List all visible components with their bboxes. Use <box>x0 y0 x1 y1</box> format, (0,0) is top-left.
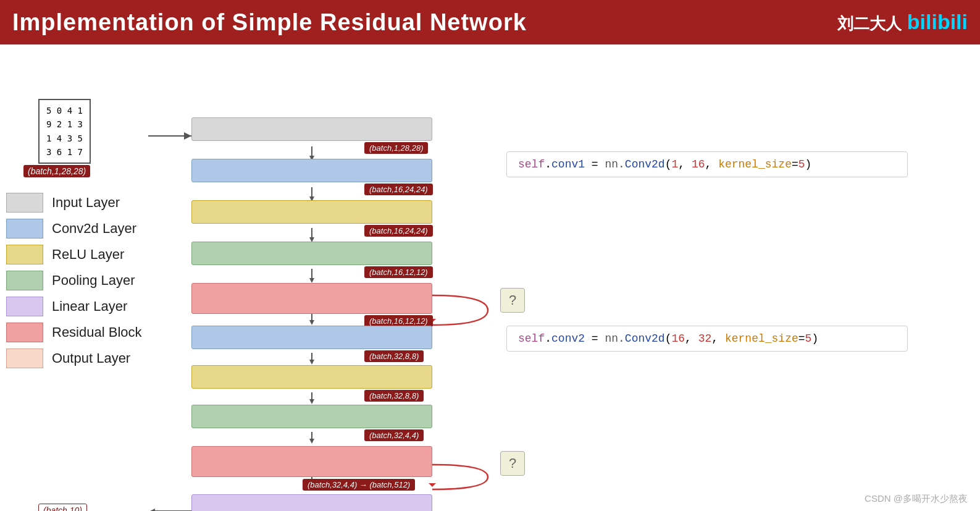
brand-logo: bilibili <box>907 10 968 33</box>
legend-color-input <box>6 193 43 213</box>
input-grid: 5 0 4 1 9 2 1 3 1 4 3 5 3 6 1 7 <box>38 99 91 164</box>
shape-label-3: (batch,16,12,12) <box>364 266 433 278</box>
legend-color-relu <box>6 245 43 264</box>
input-shape-label: (batch,1,28,28) <box>23 165 90 177</box>
legend-label-output: Output Layer <box>52 350 130 366</box>
legend-label-linear: Linear Layer <box>52 298 127 315</box>
layer-conv2d-2 <box>191 326 432 349</box>
shape-label-1: (batch,16,24,24) <box>364 184 433 195</box>
svg-marker-22 <box>150 509 155 511</box>
legend-residual: Residual Block <box>6 323 142 342</box>
svg-marker-8 <box>309 278 314 283</box>
shape-label-0: (batch,1,28,28) <box>364 142 428 154</box>
legend-label-residual: Residual Block <box>52 324 142 340</box>
legend-output: Output Layer <box>6 348 142 368</box>
diagram-svg <box>0 44 980 511</box>
main-content: 5 0 4 1 9 2 1 3 1 4 3 5 3 6 1 7 (batch,1… <box>0 44 980 511</box>
layer-residual-2 <box>191 446 432 477</box>
layer-input <box>191 117 432 141</box>
question-box-2: ? <box>500 451 525 476</box>
layer-pooling-2 <box>191 405 432 428</box>
header: Implementation of Simple Residual Networ… <box>0 0 980 44</box>
shape-label-5: (batch,32,8,8) <box>364 350 424 362</box>
legend-label-pooling: Pooling Layer <box>52 272 135 289</box>
layer-relu-1 <box>191 200 432 224</box>
svg-marker-12 <box>309 360 314 365</box>
input-shape-text: (batch,1,28,28) <box>28 166 86 176</box>
output-shape-label: (batch,10) <box>38 504 87 511</box>
legend: Input Layer Conv2d Layer ReLU Layer Pool… <box>6 193 142 368</box>
layer-pooling-1 <box>191 242 432 265</box>
layer-conv2d-1 <box>191 159 432 182</box>
shape-label-8: (batch,32,4,4) → (batch,512) <box>303 479 415 491</box>
code-conv2: self.conv2 = nn.Conv2d(16, 32, kernel_si… <box>506 326 908 352</box>
question-box-1: ? <box>500 288 525 313</box>
legend-conv2d: Conv2d Layer <box>6 219 142 239</box>
svg-marker-16 <box>309 439 314 444</box>
legend-input: Input Layer <box>6 193 142 213</box>
shape-label-7: (batch,32,4,4) <box>364 429 424 441</box>
legend-linear: Linear Layer <box>6 297 142 316</box>
legend-label-relu: ReLU Layer <box>52 247 124 263</box>
legend-label-conv2d: Conv2d Layer <box>52 221 136 237</box>
legend-label-input: Input Layer <box>52 195 120 211</box>
code-conv1: self.conv1 = nn.Conv2d(1, 16, kernel_siz… <box>506 151 908 177</box>
brand: 刘二大人 bilibili <box>837 10 968 35</box>
watermark: CSDN @多喝开水少熬夜 <box>865 493 968 505</box>
legend-color-residual <box>6 323 43 342</box>
legend-color-output <box>6 348 43 368</box>
svg-marker-14 <box>309 399 314 404</box>
legend-color-linear <box>6 297 43 316</box>
output-shape-text: (batch,10) <box>43 505 82 511</box>
svg-marker-20 <box>429 483 436 487</box>
legend-relu: ReLU Layer <box>6 245 142 264</box>
legend-color-pooling <box>6 271 43 290</box>
layer-relu-2 <box>191 365 432 389</box>
shape-label-6: (batch,32,8,8) <box>364 390 424 402</box>
legend-color-conv2d <box>6 219 43 239</box>
layer-linear <box>191 494 432 511</box>
legend-pooling: Pooling Layer <box>6 271 142 290</box>
brand-text: 刘二大人 <box>837 14 902 33</box>
shape-label-2: (batch,16,24,24) <box>364 225 433 237</box>
layer-residual-1 <box>191 283 432 314</box>
page-title: Implementation of Simple Residual Networ… <box>12 9 527 36</box>
svg-marker-10 <box>309 320 314 325</box>
